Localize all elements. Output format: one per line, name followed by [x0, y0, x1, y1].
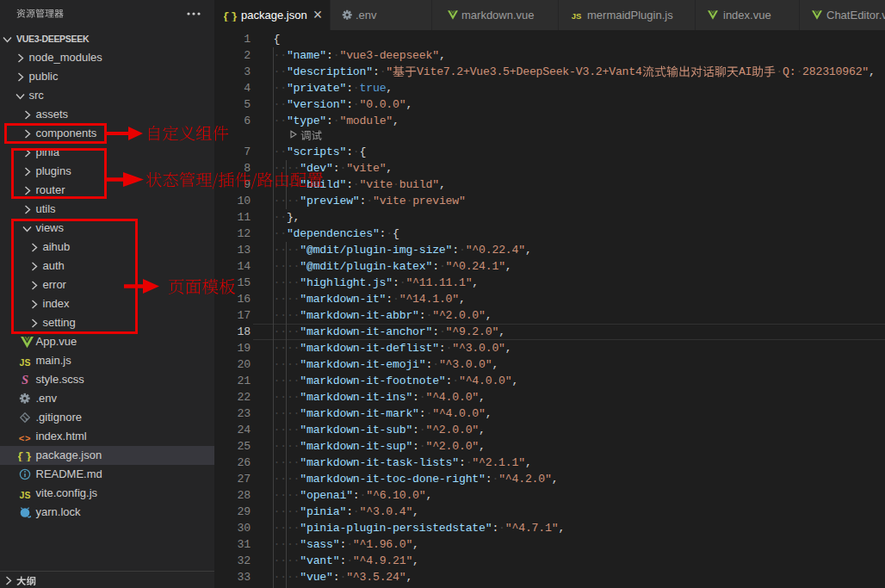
svg-text:JS: JS — [20, 357, 31, 368]
svg-text:{}: {} — [224, 10, 238, 22]
svg-text:JS: JS — [20, 490, 31, 500]
svg-text:{}: {} — [18, 450, 32, 462]
svg-text:S: S — [22, 374, 28, 386]
svg-text:<>: <> — [19, 433, 31, 443]
svg-text:JS: JS — [572, 11, 582, 20]
